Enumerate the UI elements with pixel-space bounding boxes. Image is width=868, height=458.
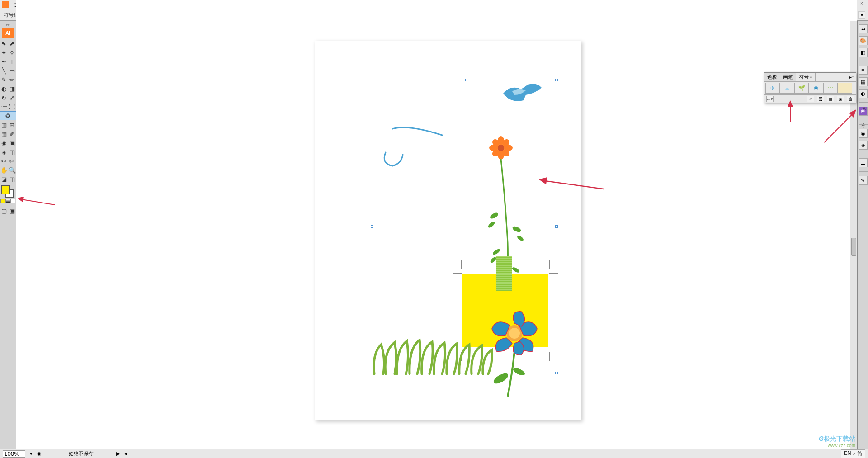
mesh-tool[interactable]: ⊞ xyxy=(8,120,16,129)
paintbrush-tool[interactable]: ✎ xyxy=(0,75,8,84)
type-tool[interactable]: T xyxy=(8,57,16,66)
lang-en: EN xyxy=(844,450,851,457)
column-graph-tool[interactable]: ▥ xyxy=(0,120,8,129)
color-panel-icon[interactable]: ◧ xyxy=(859,48,868,57)
toolbox-expand-handle[interactable]: ▸▸ xyxy=(0,23,16,27)
appearance-panel-icon[interactable]: ◉ xyxy=(859,129,868,138)
blend-tool[interactable]: ◉ xyxy=(0,138,8,147)
symbol-swatch-bird[interactable]: ✈ xyxy=(765,83,780,94)
lang-ime-icon: ♪ xyxy=(853,450,856,457)
scale-tool[interactable]: ⤢ xyxy=(8,93,16,102)
pen-tool[interactable]: ✒ xyxy=(0,57,8,66)
zoom-tool[interactable]: 🔍 xyxy=(8,165,16,175)
place-symbol-instance-button[interactable]: ↗ xyxy=(807,96,814,102)
rectangle-tool[interactable]: ▭ xyxy=(8,66,16,75)
symbol-swatch-plant[interactable]: 🌱 xyxy=(794,83,809,94)
toggle-fill-stroke-tool[interactable]: ◪ xyxy=(0,175,8,184)
canvas-area[interactable] xyxy=(16,0,857,458)
handle-top-right[interactable] xyxy=(555,79,558,81)
zoom-dropdown-icon[interactable]: ▾ xyxy=(30,451,33,457)
warp-tool[interactable]: 〰 xyxy=(0,102,8,111)
grass-symbol xyxy=(370,335,496,378)
lasso-tool[interactable]: ◊ xyxy=(8,48,16,57)
eraser-tool[interactable]: ◨ xyxy=(8,84,16,93)
transparency-panel-icon[interactable]: ◐ xyxy=(859,89,868,98)
gradient-panel-icon[interactable]: ▦ xyxy=(859,77,868,86)
svg-point-12 xyxy=(516,235,524,242)
eyedropper-tool[interactable]: ✐ xyxy=(8,129,16,138)
dock-expand-handle[interactable]: ◂◂ xyxy=(859,24,868,33)
app-icon xyxy=(2,1,9,8)
new-symbol-button[interactable]: ▣ xyxy=(837,96,844,102)
delete-symbol-button[interactable]: 🗑 xyxy=(847,96,854,102)
tab-symbols[interactable]: 符号× xyxy=(796,73,816,81)
slice-tool[interactable]: ✂ xyxy=(0,156,8,165)
live-paint-selection-tool[interactable]: ◈ xyxy=(0,147,8,156)
default-fill-stroke-tool[interactable]: ◫ xyxy=(8,175,16,184)
panel-header: 色板 画笔 符号× ▸≡ xyxy=(764,73,856,82)
stroke-panel-icon[interactable]: ≡ xyxy=(859,66,868,75)
artboard-nav-icon[interactable]: ◉ xyxy=(37,451,42,457)
panel-menu-icon[interactable]: ▸≡ xyxy=(848,73,856,81)
line-tool[interactable]: ╲ xyxy=(0,66,8,75)
zoom-input[interactable] xyxy=(3,450,25,458)
svg-point-11 xyxy=(512,225,522,233)
fill-stroke-indicator[interactable] xyxy=(1,185,15,198)
handle-top-mid[interactable] xyxy=(463,79,466,81)
svg-point-21 xyxy=(509,328,520,339)
crop-area-tool[interactable]: ◫ xyxy=(8,147,16,156)
magic-wand-tool[interactable]: ✦ xyxy=(0,48,8,57)
symbols-panel: 色板 画笔 符号× ▸≡ ✈ ☁ 🌱 ❀ 〰 ▭▾ ↗ ⛓ ▦ ▣ 🗑 xyxy=(764,72,856,103)
scissors-tool[interactable]: ✄ xyxy=(8,156,16,165)
symbol-swatch-blank[interactable] xyxy=(838,83,852,94)
graphic-styles-panel-icon[interactable]: ◈ xyxy=(859,141,868,150)
selection-bounding-box[interactable] xyxy=(372,80,557,373)
direct-selection-tool[interactable]: ⬈ xyxy=(8,39,16,48)
hand-tool[interactable]: ✋ xyxy=(0,165,8,175)
status-bar: ▾ ◉ 始终不保存 ▶ ◂ EN ♪ 简 xyxy=(0,449,868,458)
color-mode-gradient[interactable] xyxy=(5,199,10,203)
pencil-tool[interactable]: ✏ xyxy=(8,75,16,84)
blob-brush-tool[interactable]: ◐ xyxy=(0,84,8,93)
symbol-swatch-tree[interactable]: ❀ xyxy=(809,83,823,94)
screen-mode-full[interactable]: ▣ xyxy=(8,206,16,215)
layers-panel-icon[interactable]: ☰ xyxy=(859,158,868,167)
close-button[interactable]: × xyxy=(857,1,866,7)
symbol-swatch-grass[interactable]: 〰 xyxy=(823,83,838,94)
color-mode-row xyxy=(0,199,16,204)
status-play-icon[interactable]: ▶ xyxy=(116,451,120,457)
tab-brushes[interactable]: 画笔 xyxy=(780,73,796,81)
color-mode-none[interactable] xyxy=(10,199,15,203)
language-indicator[interactable]: EN ♪ 简 xyxy=(841,449,865,458)
rotate-tool[interactable]: ↻ xyxy=(0,93,8,102)
handle-top-left[interactable] xyxy=(371,79,373,81)
symbol-options-button[interactable]: ▦ xyxy=(827,96,834,102)
fill-color-swatch[interactable] xyxy=(1,185,10,194)
live-paint-tool[interactable]: ▣ xyxy=(8,138,16,147)
svg-point-19 xyxy=(512,367,526,377)
vertical-scrollbar-thumb[interactable] xyxy=(851,238,856,256)
color-mode-solid[interactable] xyxy=(0,199,5,203)
lang-short: 简 xyxy=(857,450,862,457)
ai-logo: Ai xyxy=(2,28,14,38)
tools-panel-icon[interactable]: 🎨 xyxy=(859,36,868,45)
symbol-swatch-cloud[interactable]: ☁ xyxy=(780,83,794,94)
dock-separator xyxy=(859,171,868,172)
selection-tool[interactable]: ⬉ xyxy=(0,39,8,48)
symbol-sprayer-tool[interactable]: ❂ xyxy=(0,111,16,120)
symbol-libraries-menu[interactable]: ▭▾ xyxy=(766,96,774,102)
handle-mid-left[interactable] xyxy=(371,225,373,228)
tab-swatches[interactable]: 色板 xyxy=(764,73,780,81)
screen-mode-normal[interactable]: ▢ xyxy=(0,206,8,215)
handle-mid-right[interactable] xyxy=(555,225,558,228)
handle-bottom-right[interactable] xyxy=(555,372,558,374)
gradient-tool[interactable]: ▦ xyxy=(0,129,8,138)
break-link-button[interactable]: ⛓ xyxy=(817,96,824,102)
free-transform-tool[interactable]: ⛶ xyxy=(8,102,16,111)
workspace-switcher-icon[interactable]: ▾ xyxy=(858,11,865,19)
cloud-stroke-2 xyxy=(381,150,408,168)
cloud-stroke-1 xyxy=(390,125,444,139)
status-scroll-left-icon[interactable]: ◂ xyxy=(124,451,127,457)
brushes-panel-icon[interactable]: ✎ xyxy=(859,176,868,185)
close-icon[interactable]: × xyxy=(810,75,812,80)
